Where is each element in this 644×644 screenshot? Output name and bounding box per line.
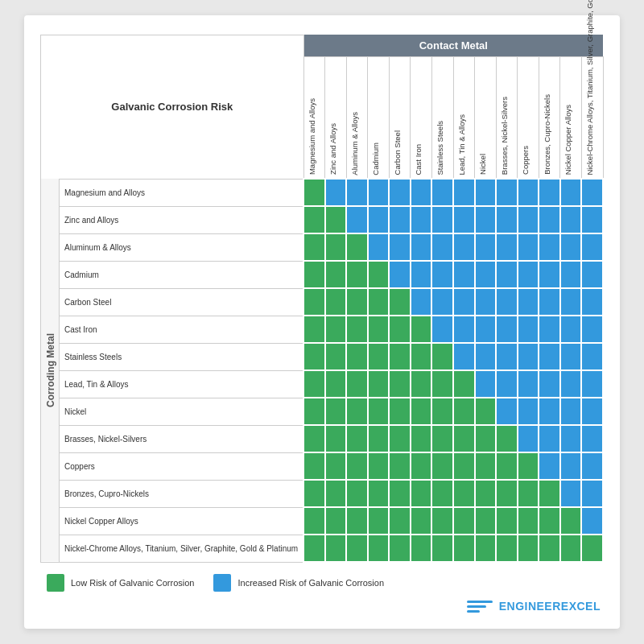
table-row: Brasses, Nickel-Silvers bbox=[41, 425, 604, 452]
cell-13-4 bbox=[389, 535, 411, 562]
cell-5-5 bbox=[411, 316, 432, 343]
cell-12-0 bbox=[303, 507, 325, 535]
table-row: Nickel Copper Alloys bbox=[41, 507, 604, 535]
logo-text: ENGINEEREXCEL bbox=[499, 600, 601, 613]
cell-7-13 bbox=[581, 370, 603, 398]
cell-6-12 bbox=[560, 343, 582, 370]
cell-13-3 bbox=[368, 535, 390, 562]
cell-5-4 bbox=[389, 316, 411, 343]
cell-10-1 bbox=[325, 452, 347, 480]
cell-3-7 bbox=[453, 261, 475, 288]
cell-9-13 bbox=[581, 425, 603, 452]
cell-1-3 bbox=[368, 206, 390, 233]
cell-9-11 bbox=[539, 425, 560, 452]
cell-3-3 bbox=[368, 261, 390, 288]
row-label-1: Zinc and Alloys bbox=[60, 206, 304, 233]
cell-0-11 bbox=[539, 179, 560, 206]
cell-13-0 bbox=[303, 535, 325, 562]
cell-8-0 bbox=[303, 398, 325, 425]
logo-part2: EXCEL bbox=[561, 600, 601, 613]
cell-9-0 bbox=[303, 425, 325, 452]
logo-line-2 bbox=[467, 605, 486, 608]
cell-12-5 bbox=[411, 507, 432, 535]
col-header-1: Zinc and Alloys bbox=[325, 57, 347, 180]
cell-7-3 bbox=[368, 370, 390, 398]
legend-blue: Increased Risk of Galvanic Corrosion bbox=[213, 574, 384, 592]
cell-4-13 bbox=[581, 288, 603, 316]
cell-7-10 bbox=[518, 370, 539, 398]
cell-0-1 bbox=[325, 179, 347, 206]
row-label-0: Magnesium and Alloys bbox=[60, 179, 304, 206]
cell-8-9 bbox=[496, 398, 518, 425]
legend-green: Low Risk of Galvanic Corrosion bbox=[47, 574, 194, 592]
cell-0-12 bbox=[560, 179, 582, 206]
cell-13-10 bbox=[518, 535, 539, 562]
cell-7-1 bbox=[325, 370, 347, 398]
legend-blue-label: Increased Risk of Galvanic Corrosion bbox=[237, 578, 384, 588]
cell-11-12 bbox=[560, 480, 582, 507]
table-row: Cast Iron bbox=[41, 316, 604, 343]
cell-8-6 bbox=[431, 398, 453, 425]
cell-6-3 bbox=[368, 343, 390, 370]
cell-4-7 bbox=[453, 288, 475, 316]
cell-11-4 bbox=[389, 480, 411, 507]
cell-11-2 bbox=[346, 480, 368, 507]
cell-1-7 bbox=[453, 206, 475, 233]
logo-icon bbox=[467, 601, 493, 613]
table-row: Nickel-Chrome Alloys, Titanium, Silver, … bbox=[41, 535, 604, 562]
cell-11-7 bbox=[453, 480, 475, 507]
cell-6-13 bbox=[581, 343, 603, 370]
cell-7-2 bbox=[346, 370, 368, 398]
cell-0-5 bbox=[411, 179, 432, 206]
cell-12-11 bbox=[539, 507, 560, 535]
cell-0-3 bbox=[368, 179, 390, 206]
cell-2-0 bbox=[303, 233, 325, 261]
col-header-12: Nickel Copper Alloys bbox=[560, 57, 582, 180]
cell-12-4 bbox=[389, 507, 411, 535]
cell-12-9 bbox=[496, 507, 518, 535]
cell-10-12 bbox=[560, 452, 582, 480]
corroding-metal-label: Corroding Metal bbox=[41, 179, 60, 562]
col-header-7: Lead, Tin & Alloys bbox=[453, 57, 475, 180]
cell-1-9 bbox=[496, 206, 518, 233]
legend-green-label: Low Risk of Galvanic Corrosion bbox=[71, 578, 194, 588]
cell-8-2 bbox=[346, 398, 368, 425]
contact-metal-header: Contact Metal bbox=[303, 35, 603, 57]
cell-9-8 bbox=[475, 425, 497, 452]
cell-7-6 bbox=[431, 370, 453, 398]
cell-5-7 bbox=[453, 316, 475, 343]
table-row: Stainless Steels bbox=[41, 343, 604, 370]
cell-6-2 bbox=[346, 343, 368, 370]
cell-6-8 bbox=[475, 343, 497, 370]
cell-6-5 bbox=[411, 343, 432, 370]
legend-green-box bbox=[47, 574, 64, 592]
cell-12-1 bbox=[325, 507, 347, 535]
cell-13-12 bbox=[560, 535, 582, 562]
cell-2-12 bbox=[560, 233, 582, 261]
cell-9-4 bbox=[389, 425, 411, 452]
cell-11-10 bbox=[518, 480, 539, 507]
cell-8-4 bbox=[389, 398, 411, 425]
corrosion-table: Galvanic Corrosion Risk Contact Metal Ma… bbox=[40, 35, 604, 564]
cell-4-9 bbox=[496, 288, 518, 316]
cell-0-10 bbox=[518, 179, 539, 206]
cell-8-8 bbox=[475, 398, 497, 425]
table-wrapper: Galvanic Corrosion Risk Contact Metal Ma… bbox=[40, 35, 604, 564]
cell-10-0 bbox=[303, 452, 325, 480]
legend-blue-box bbox=[213, 574, 231, 592]
row-label-2: Aluminum & Alloys bbox=[60, 233, 304, 261]
cell-13-8 bbox=[475, 535, 497, 562]
cell-12-2 bbox=[346, 507, 368, 535]
cell-13-11 bbox=[539, 535, 560, 562]
cell-1-11 bbox=[539, 206, 560, 233]
cell-2-5 bbox=[411, 233, 432, 261]
cell-2-4 bbox=[389, 233, 411, 261]
row-label-4: Carbon Steel bbox=[60, 288, 304, 316]
cell-11-5 bbox=[411, 480, 432, 507]
cell-2-9 bbox=[496, 233, 518, 261]
cell-3-0 bbox=[303, 261, 325, 288]
logo-row: ENGINEEREXCEL bbox=[40, 600, 604, 613]
cell-10-8 bbox=[475, 452, 497, 480]
cell-2-11 bbox=[539, 233, 560, 261]
cell-0-9 bbox=[496, 179, 518, 206]
